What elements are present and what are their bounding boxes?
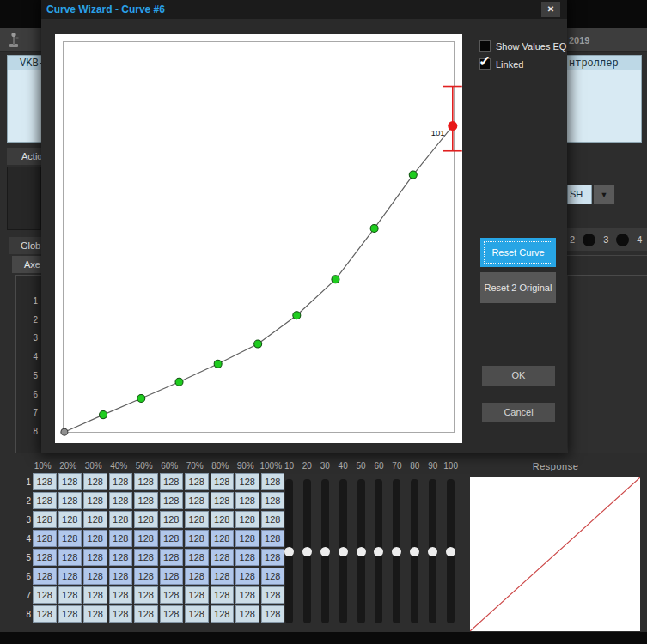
table-cell[interactable]: 128 xyxy=(58,586,82,604)
slider-thumb[interactable] xyxy=(357,547,366,556)
table-cell[interactable]: 128 xyxy=(83,511,107,528)
slider[interactable] xyxy=(334,477,352,625)
table-cell[interactable]: 128 xyxy=(109,530,133,547)
cancel-button[interactable]: Cancel xyxy=(482,403,555,422)
table-cell[interactable]: 128 xyxy=(185,586,209,604)
table-cell[interactable]: 128 xyxy=(83,568,107,585)
show-values-eq-checkbox[interactable] xyxy=(479,40,491,52)
reset-curve-button[interactable]: Reset Curve xyxy=(480,238,556,267)
table-cell[interactable]: 128 xyxy=(58,568,82,585)
table-cell[interactable]: 128 xyxy=(160,549,184,566)
curve-editor-svg[interactable]: 101 xyxy=(64,42,455,434)
table-cell[interactable]: 128 xyxy=(160,568,184,585)
table-cell[interactable]: 128 xyxy=(235,473,259,490)
combo-dropdown-button[interactable]: ▼ xyxy=(593,185,615,205)
table-cell[interactable]: 128 xyxy=(33,568,57,585)
table-cell[interactable]: 128 xyxy=(58,511,82,528)
table-cell[interactable]: 128 xyxy=(185,511,209,528)
table-cell[interactable]: 128 xyxy=(211,568,235,585)
port-led-indicator[interactable] xyxy=(616,234,629,246)
table-cell[interactable]: 128 xyxy=(109,605,133,623)
table-cell[interactable]: 128 xyxy=(134,549,158,566)
table-cell[interactable]: 128 xyxy=(109,473,133,490)
slider[interactable] xyxy=(406,477,424,625)
slider-thumb[interactable] xyxy=(284,547,294,556)
close-icon[interactable]: ✕ xyxy=(541,2,560,17)
table-cell[interactable]: 128 xyxy=(211,586,235,604)
table-cell[interactable]: 128 xyxy=(235,530,259,547)
table-cell[interactable]: 128 xyxy=(185,549,209,566)
table-cell[interactable]: 128 xyxy=(235,492,259,509)
table-cell[interactable]: 128 xyxy=(109,586,133,604)
slider[interactable] xyxy=(298,477,316,625)
table-cell[interactable]: 128 xyxy=(134,586,158,604)
table-cell[interactable]: 128 xyxy=(134,473,158,490)
table-cell[interactable]: 128 xyxy=(160,586,184,604)
slider-thumb[interactable] xyxy=(302,547,312,556)
table-cell[interactable]: 128 xyxy=(160,473,184,490)
table-cell[interactable]: 128 xyxy=(211,605,235,623)
table-cell[interactable]: 128 xyxy=(83,586,107,604)
table-cell[interactable]: 128 xyxy=(160,492,184,509)
table-cell[interactable]: 128 xyxy=(109,568,133,585)
table-cell[interactable]: 128 xyxy=(235,549,259,566)
table-cell[interactable]: 128 xyxy=(185,605,209,623)
slider-thumb[interactable] xyxy=(320,547,330,556)
table-cell[interactable]: 128 xyxy=(185,530,209,547)
table-cell[interactable]: 128 xyxy=(58,530,82,547)
slider[interactable] xyxy=(388,477,406,625)
slider-thumb[interactable] xyxy=(410,547,419,556)
table-cell[interactable]: 128 xyxy=(83,530,107,547)
table-cell[interactable]: 128 xyxy=(235,511,259,528)
table-cell[interactable]: 128 xyxy=(33,586,57,604)
slider-thumb[interactable] xyxy=(374,547,383,556)
table-cell[interactable]: 128 xyxy=(235,568,259,585)
table-cell[interactable]: 128 xyxy=(83,549,107,566)
slider[interactable] xyxy=(442,477,460,625)
table-cell[interactable]: 128 xyxy=(160,530,184,547)
table-cell[interactable]: 128 xyxy=(211,473,235,490)
table-cell[interactable]: 128 xyxy=(58,492,82,509)
table-cell[interactable]: 128 xyxy=(235,586,259,604)
slider-thumb[interactable] xyxy=(392,547,401,556)
table-cell[interactable]: 128 xyxy=(211,530,235,547)
table-cell[interactable]: 128 xyxy=(83,492,107,509)
dialog-title-bar[interactable]: Curve Wizard - Curve #6 ✕ xyxy=(41,0,567,19)
tab-axes[interactable]: Axe xyxy=(12,256,41,273)
tab-global[interactable]: Glob xyxy=(9,237,41,254)
table-cell[interactable]: 128 xyxy=(211,511,235,528)
table-cell[interactable]: 128 xyxy=(33,511,57,528)
table-cell[interactable]: 128 xyxy=(58,549,82,566)
table-cell[interactable]: 128 xyxy=(235,605,259,623)
slider-thumb[interactable] xyxy=(339,547,348,556)
ok-button[interactable]: OK xyxy=(482,366,555,386)
curve-plot-area[interactable]: 101 xyxy=(63,41,455,433)
table-cell[interactable]: 128 xyxy=(109,549,133,566)
table-cell[interactable]: 128 xyxy=(134,492,158,509)
table-cell[interactable]: 128 xyxy=(134,511,158,528)
table-cell[interactable]: 128 xyxy=(109,492,133,509)
table-cell[interactable]: 128 xyxy=(211,492,235,509)
table-cell[interactable]: 128 xyxy=(185,568,209,585)
table-cell[interactable]: 128 xyxy=(58,605,82,623)
slider-thumb[interactable] xyxy=(428,547,437,556)
slider[interactable] xyxy=(424,477,442,625)
slider-thumb[interactable] xyxy=(446,547,455,556)
table-cell[interactable]: 128 xyxy=(83,605,107,623)
table-cell[interactable]: 128 xyxy=(185,492,209,509)
reset-2-original-button[interactable]: Reset 2 Original xyxy=(480,272,556,303)
table-cell[interactable]: 128 xyxy=(134,605,158,623)
table-cell[interactable]: 128 xyxy=(160,605,184,623)
table-cell[interactable]: 128 xyxy=(211,549,235,566)
table-cell[interactable]: 128 xyxy=(134,568,158,585)
table-cell[interactable]: 128 xyxy=(134,530,158,547)
table-cell[interactable]: 128 xyxy=(33,473,57,490)
port-led-indicator[interactable] xyxy=(583,234,595,246)
table-cell[interactable]: 128 xyxy=(33,605,57,623)
table-cell[interactable]: 128 xyxy=(83,473,107,490)
slider[interactable] xyxy=(370,477,388,625)
table-cell[interactable]: 128 xyxy=(33,492,57,509)
slider[interactable] xyxy=(352,477,370,625)
table-cell[interactable]: 128 xyxy=(185,473,209,490)
table-cell[interactable]: 128 xyxy=(109,511,133,528)
